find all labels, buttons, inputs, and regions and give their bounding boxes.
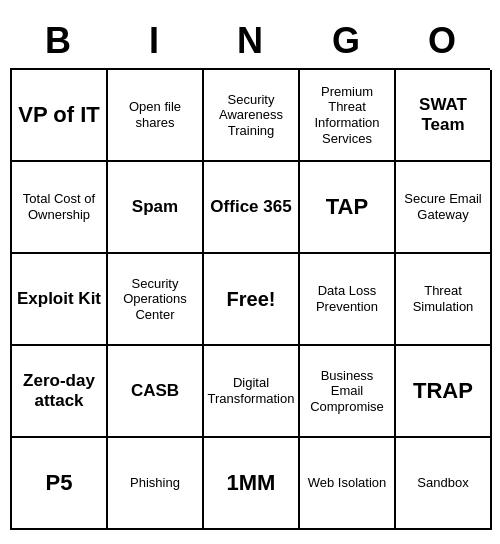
bingo-cell-18: Business Email Compromise — [300, 346, 396, 438]
bingo-cell-14: Threat Simulation — [396, 254, 492, 346]
bingo-card: BINGO VP of ITOpen file sharesSecurity A… — [10, 14, 490, 530]
bingo-cell-5: Total Cost of Ownership — [12, 162, 108, 254]
bingo-cell-11: Security Operations Center — [108, 254, 204, 346]
bingo-letter-i: I — [110, 20, 198, 62]
bingo-cell-4: SWAT Team — [396, 70, 492, 162]
bingo-letter-g: G — [302, 20, 390, 62]
bingo-cell-19: TRAP — [396, 346, 492, 438]
bingo-cell-1: Open file shares — [108, 70, 204, 162]
bingo-cell-9: Secure Email Gateway — [396, 162, 492, 254]
bingo-cell-21: Phishing — [108, 438, 204, 530]
bingo-cell-0: VP of IT — [12, 70, 108, 162]
bingo-cell-6: Spam — [108, 162, 204, 254]
bingo-cell-22: 1MM — [204, 438, 300, 530]
bingo-cell-3: Premium Threat Information Services — [300, 70, 396, 162]
bingo-cell-17: Digital Transformation — [204, 346, 300, 438]
bingo-cell-2: Security Awareness Training — [204, 70, 300, 162]
bingo-cell-16: CASB — [108, 346, 204, 438]
bingo-cell-12: Free! — [204, 254, 300, 346]
bingo-cell-20: P5 — [12, 438, 108, 530]
bingo-cell-24: Sandbox — [396, 438, 492, 530]
bingo-cell-7: Office 365 — [204, 162, 300, 254]
bingo-cell-8: TAP — [300, 162, 396, 254]
bingo-grid: VP of ITOpen file sharesSecurity Awarene… — [10, 68, 490, 530]
bingo-letter-b: B — [14, 20, 102, 62]
bingo-cell-13: Data Loss Prevention — [300, 254, 396, 346]
bingo-letter-n: N — [206, 20, 294, 62]
bingo-cell-10: Exploit Kit — [12, 254, 108, 346]
bingo-title: BINGO — [10, 14, 490, 68]
bingo-cell-23: Web Isolation — [300, 438, 396, 530]
bingo-letter-o: O — [398, 20, 486, 62]
bingo-cell-15: Zero-day attack — [12, 346, 108, 438]
